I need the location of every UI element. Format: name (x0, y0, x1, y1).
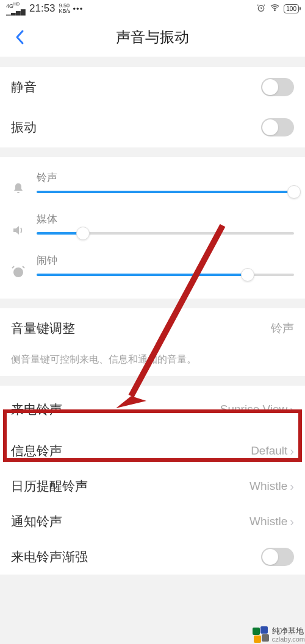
status-time: 21:53 (29, 2, 56, 15)
incoming-ringtone-value: Sunrise View (220, 403, 288, 416)
svg-point-1 (274, 10, 275, 10)
page-header: 声音与振动 (0, 17, 305, 57)
row-incoming-ringtone[interactable]: 来电铃声 Sunrise View › (0, 386, 305, 433)
volume-media-label: 媒体 (37, 212, 294, 226)
wifi-icon (270, 2, 280, 15)
volume-alarm-label: 闹钟 (37, 253, 294, 267)
slider-media[interactable] (37, 232, 294, 235)
row-mute[interactable]: 静音 (0, 67, 305, 107)
chevron-right-icon: › (290, 403, 294, 417)
back-button[interactable] (7, 25, 32, 49)
watermark-logo-icon (253, 626, 270, 643)
row-mute-label: 静音 (11, 79, 37, 96)
toggle-gradual[interactable] (261, 548, 294, 566)
row-gradual-ringtone[interactable]: 来电铃声渐强 (0, 539, 305, 575)
gradual-ringtone-label: 来电铃声渐强 (11, 548, 88, 565)
toggle-vibrate[interactable] (261, 118, 294, 136)
volume-ring-row: 铃声 (0, 166, 305, 207)
watermark-url: czlaby.com (272, 635, 305, 643)
notify-ringtone-value: Whistle (249, 515, 287, 528)
notify-ringtone-label: 通知铃声 (11, 513, 62, 530)
message-ringtone-label: 信息铃声 (11, 442, 62, 459)
volume-media-row: 媒体 (0, 207, 305, 249)
net-speed-unit: KB/s (59, 9, 71, 14)
alarm-clock-icon (11, 264, 26, 281)
row-vibrate[interactable]: 振动 (0, 107, 305, 147)
volume-section: 铃声 媒体 闹钟 (0, 157, 305, 299)
volume-key-help: 侧音量键可控制来电、信息和通知的音量。 (0, 349, 305, 376)
chevron-right-icon: › (290, 479, 294, 494)
chevron-right-icon: › (290, 515, 294, 529)
bell-icon (11, 182, 26, 199)
more-icon: ••• (73, 4, 84, 13)
battery-indicator: 100 (284, 4, 299, 13)
chevron-right-icon: › (290, 444, 294, 458)
row-notify-ringtone[interactable]: 通知铃声 Whistle › (0, 504, 305, 539)
page-title: 声音与振动 (116, 27, 189, 47)
volume-key-label: 音量键调整 (11, 320, 75, 337)
row-volume-key[interactable]: 音量键调整 铃声 (0, 308, 305, 349)
signal-icon: ▁▃▅▇ (6, 9, 26, 15)
calendar-ringtone-value: Whistle (249, 479, 287, 493)
row-message-ringtone[interactable]: 信息铃声 Default › (0, 433, 305, 469)
watermark: 纯净基地 czlaby.com (253, 626, 305, 644)
status-bar: 4GHD ▁▃▅▇ 21:53 9.50 KB/s ••• 100 (0, 0, 305, 17)
calendar-ringtone-label: 日历提醒铃声 (11, 478, 88, 495)
slider-alarm[interactable] (37, 274, 294, 276)
volume-ring-label: 铃声 (37, 171, 294, 185)
incoming-ringtone-label: 来电铃声 (11, 401, 62, 418)
alarm-status-icon (256, 3, 266, 15)
row-vibrate-label: 振动 (11, 119, 37, 136)
volume-key-value: 铃声 (271, 320, 294, 336)
row-calendar-ringtone[interactable]: 日历提醒铃声 Whistle › (0, 469, 305, 504)
volume-alarm-row: 闹钟 (0, 249, 305, 290)
watermark-name: 纯净基地 (272, 627, 305, 635)
speaker-icon (11, 223, 26, 240)
svg-point-2 (13, 267, 23, 277)
slider-ring[interactable] (37, 191, 294, 193)
toggle-mute[interactable] (261, 78, 294, 96)
message-ringtone-value: Default (251, 444, 287, 458)
